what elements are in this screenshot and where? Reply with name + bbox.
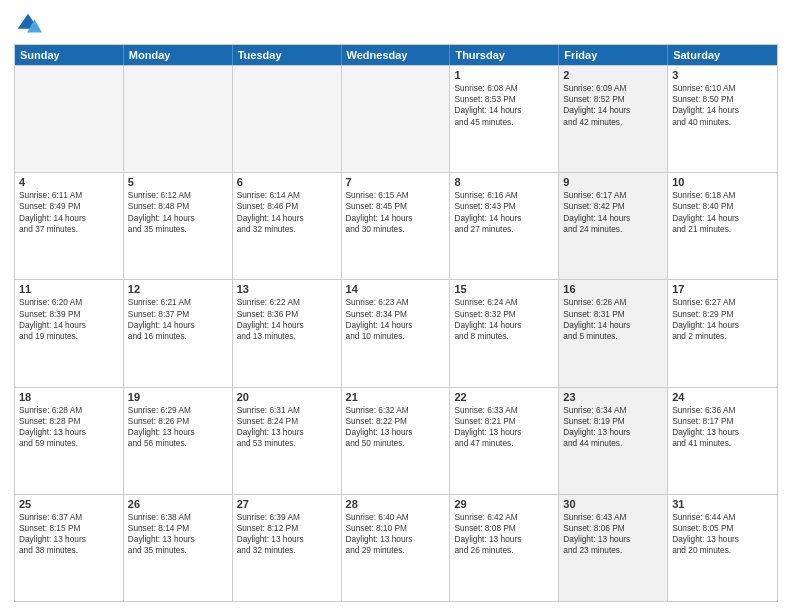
cell-info-line: Sunset: 8:28 PM xyxy=(19,416,119,427)
cell-info-line: Sunset: 8:53 PM xyxy=(454,94,554,105)
day-number: 12 xyxy=(128,283,228,295)
cell-info-line: Daylight: 14 hours xyxy=(454,105,554,116)
cell-info-line: Daylight: 14 hours xyxy=(672,213,773,224)
day-number: 31 xyxy=(672,498,773,510)
cell-info-line: Sunset: 8:49 PM xyxy=(19,201,119,212)
cell-info-line: and 56 minutes. xyxy=(128,438,228,449)
weekday-header-sunday: Sunday xyxy=(15,45,124,65)
cell-info-line: Sunset: 8:21 PM xyxy=(454,416,554,427)
calendar-cell: 28Sunrise: 6:40 AMSunset: 8:10 PMDayligh… xyxy=(342,495,451,601)
calendar: SundayMondayTuesdayWednesdayThursdayFrid… xyxy=(14,44,778,602)
day-number: 23 xyxy=(563,391,663,403)
calendar-cell: 25Sunrise: 6:37 AMSunset: 8:15 PMDayligh… xyxy=(15,495,124,601)
cell-info-line: Daylight: 13 hours xyxy=(563,534,663,545)
cell-info-line: Daylight: 14 hours xyxy=(346,320,446,331)
cell-info-line: Sunset: 8:40 PM xyxy=(672,201,773,212)
day-number: 15 xyxy=(454,283,554,295)
cell-info-line: and 44 minutes. xyxy=(563,438,663,449)
calendar-cell xyxy=(233,66,342,172)
calendar-cell: 5Sunrise: 6:12 AMSunset: 8:48 PMDaylight… xyxy=(124,173,233,279)
cell-info-line: and 13 minutes. xyxy=(237,331,337,342)
weekday-header-monday: Monday xyxy=(124,45,233,65)
day-number: 3 xyxy=(672,69,773,81)
cell-info-line: and 41 minutes. xyxy=(672,438,773,449)
weekday-header-thursday: Thursday xyxy=(450,45,559,65)
cell-info-line: Sunrise: 6:10 AM xyxy=(672,83,773,94)
cell-info-line: Sunrise: 6:28 AM xyxy=(19,405,119,416)
day-number: 26 xyxy=(128,498,228,510)
cell-info-line: Sunset: 8:50 PM xyxy=(672,94,773,105)
cell-info-line: Daylight: 14 hours xyxy=(454,213,554,224)
cell-info-line: Daylight: 14 hours xyxy=(19,213,119,224)
cell-info-line: Sunrise: 6:43 AM xyxy=(563,512,663,523)
cell-info-line: and 45 minutes. xyxy=(454,117,554,128)
cell-info-line: and 35 minutes. xyxy=(128,545,228,556)
calendar-cell xyxy=(124,66,233,172)
day-number: 16 xyxy=(563,283,663,295)
cell-info-line: and 38 minutes. xyxy=(19,545,119,556)
cell-info-line: Sunset: 8:29 PM xyxy=(672,309,773,320)
calendar-cell: 1Sunrise: 6:08 AMSunset: 8:53 PMDaylight… xyxy=(450,66,559,172)
cell-info-line: Sunrise: 6:23 AM xyxy=(346,297,446,308)
calendar-cell: 15Sunrise: 6:24 AMSunset: 8:32 PMDayligh… xyxy=(450,280,559,386)
cell-info-line: Sunset: 8:22 PM xyxy=(346,416,446,427)
day-number: 4 xyxy=(19,176,119,188)
cell-info-line: Daylight: 13 hours xyxy=(563,427,663,438)
day-number: 8 xyxy=(454,176,554,188)
calendar-cell xyxy=(342,66,451,172)
cell-info-line: Sunset: 8:08 PM xyxy=(454,523,554,534)
calendar-cell: 7Sunrise: 6:15 AMSunset: 8:45 PMDaylight… xyxy=(342,173,451,279)
cell-info-line: Daylight: 13 hours xyxy=(19,427,119,438)
cell-info-line: Sunset: 8:34 PM xyxy=(346,309,446,320)
calendar-cell: 14Sunrise: 6:23 AMSunset: 8:34 PMDayligh… xyxy=(342,280,451,386)
cell-info-line: Sunrise: 6:08 AM xyxy=(454,83,554,94)
cell-info-line: Sunrise: 6:44 AM xyxy=(672,512,773,523)
day-number: 5 xyxy=(128,176,228,188)
calendar-row-3: 18Sunrise: 6:28 AMSunset: 8:28 PMDayligh… xyxy=(15,387,777,494)
calendar-cell: 18Sunrise: 6:28 AMSunset: 8:28 PMDayligh… xyxy=(15,388,124,494)
calendar-row-4: 25Sunrise: 6:37 AMSunset: 8:15 PMDayligh… xyxy=(15,494,777,601)
cell-info-line: and 8 minutes. xyxy=(454,331,554,342)
cell-info-line: Daylight: 14 hours xyxy=(672,320,773,331)
day-number: 24 xyxy=(672,391,773,403)
cell-info-line: Sunrise: 6:16 AM xyxy=(454,190,554,201)
cell-info-line: Daylight: 14 hours xyxy=(563,320,663,331)
day-number: 22 xyxy=(454,391,554,403)
cell-info-line: Sunset: 8:32 PM xyxy=(454,309,554,320)
calendar-cell: 26Sunrise: 6:38 AMSunset: 8:14 PMDayligh… xyxy=(124,495,233,601)
calendar-row-1: 4Sunrise: 6:11 AMSunset: 8:49 PMDaylight… xyxy=(15,172,777,279)
cell-info-line: Sunrise: 6:33 AM xyxy=(454,405,554,416)
cell-info-line: and 37 minutes. xyxy=(19,224,119,235)
calendar-cell: 30Sunrise: 6:43 AMSunset: 8:06 PMDayligh… xyxy=(559,495,668,601)
cell-info-line: and 50 minutes. xyxy=(346,438,446,449)
cell-info-line: Sunset: 8:10 PM xyxy=(346,523,446,534)
cell-info-line: Sunset: 8:31 PM xyxy=(563,309,663,320)
cell-info-line: Sunset: 8:36 PM xyxy=(237,309,337,320)
cell-info-line: Sunset: 8:43 PM xyxy=(454,201,554,212)
cell-info-line: and 23 minutes. xyxy=(563,545,663,556)
cell-info-line: Daylight: 14 hours xyxy=(454,320,554,331)
cell-info-line: Sunset: 8:26 PM xyxy=(128,416,228,427)
calendar-cell: 13Sunrise: 6:22 AMSunset: 8:36 PMDayligh… xyxy=(233,280,342,386)
calendar-cell: 6Sunrise: 6:14 AMSunset: 8:46 PMDaylight… xyxy=(233,173,342,279)
cell-info-line: Daylight: 14 hours xyxy=(563,105,663,116)
cell-info-line: Sunrise: 6:27 AM xyxy=(672,297,773,308)
cell-info-line: Sunrise: 6:37 AM xyxy=(19,512,119,523)
calendar-cell: 24Sunrise: 6:36 AMSunset: 8:17 PMDayligh… xyxy=(668,388,777,494)
calendar-cell: 10Sunrise: 6:18 AMSunset: 8:40 PMDayligh… xyxy=(668,173,777,279)
cell-info-line: Sunrise: 6:11 AM xyxy=(19,190,119,201)
day-number: 25 xyxy=(19,498,119,510)
day-number: 28 xyxy=(346,498,446,510)
day-number: 19 xyxy=(128,391,228,403)
cell-info-line: Sunrise: 6:15 AM xyxy=(346,190,446,201)
cell-info-line: Sunset: 8:46 PM xyxy=(237,201,337,212)
cell-info-line: Daylight: 13 hours xyxy=(237,427,337,438)
calendar-cell: 4Sunrise: 6:11 AMSunset: 8:49 PMDaylight… xyxy=(15,173,124,279)
cell-info-line: Sunrise: 6:09 AM xyxy=(563,83,663,94)
calendar-cell: 21Sunrise: 6:32 AMSunset: 8:22 PMDayligh… xyxy=(342,388,451,494)
cell-info-line: and 32 minutes. xyxy=(237,545,337,556)
calendar-row-2: 11Sunrise: 6:20 AMSunset: 8:39 PMDayligh… xyxy=(15,279,777,386)
logo-icon xyxy=(14,10,42,38)
cell-info-line: Sunrise: 6:22 AM xyxy=(237,297,337,308)
cell-info-line: Sunset: 8:37 PM xyxy=(128,309,228,320)
